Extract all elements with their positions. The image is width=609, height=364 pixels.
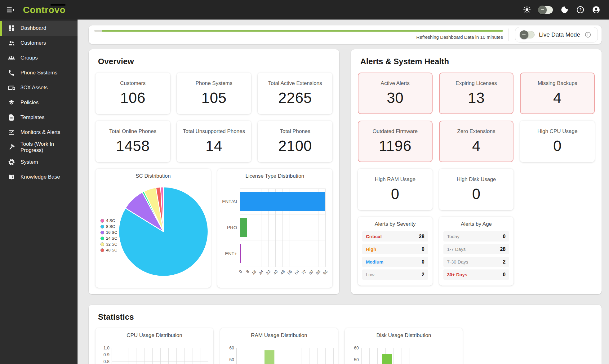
stat-card-missing-backups: Missing Backups 4: [520, 73, 595, 114]
sidebar-item-label: 3CX Assets: [20, 85, 48, 91]
sidebar-item-label: Policies: [20, 100, 39, 106]
row-label: Critical: [366, 234, 382, 239]
stat-card-high-cpu-usage: High CPU Usage 0: [520, 121, 595, 162]
age-row-7-30-days: 7-30 Days2: [443, 257, 509, 267]
alerts-section: Alerts & System Health Active Alerts 30 …: [351, 49, 602, 294]
alerts-title: Alerts & System Health: [360, 57, 595, 66]
main-content: Refreshing Dashboard Data in 10 minutes …: [78, 20, 609, 364]
sidebar-item-dashboard[interactable]: Dashboard: [0, 21, 78, 36]
stat-label: Missing Backups: [538, 80, 577, 87]
monitor-chart-icon: [8, 129, 15, 136]
devices-icon: [8, 84, 15, 91]
stat-card-outdated-firmware: Outdated Firmware 1196: [358, 121, 433, 162]
row-value: 0: [422, 259, 425, 265]
info-icon[interactable]: [585, 31, 591, 38]
overview-title: Overview: [98, 57, 332, 66]
alerts-by-severity-card: Alerts by Severity Critical28 High0 Medi…: [358, 217, 433, 286]
row-value: 28: [419, 234, 425, 239]
row-label: 1-7 Days: [447, 246, 466, 252]
menu-open-icon[interactable]: [6, 5, 15, 15]
layers-icon: [8, 99, 15, 106]
legend-item: 16 SC: [100, 229, 117, 235]
sidebar-item-label: System: [20, 159, 38, 165]
stat-value: 0: [391, 185, 399, 202]
sidebar-item-phone-systems[interactable]: Phone Systems: [0, 65, 78, 80]
stat-value: 2265: [278, 89, 312, 106]
row-value: 2: [503, 259, 505, 265]
brightness-icon[interactable]: [523, 6, 531, 14]
row-value: 0: [503, 234, 505, 239]
sidebar-item-knowledge-base[interactable]: Knowledge Base: [0, 170, 78, 184]
cpu-usage-chart-card: CPU Usage Distribution 1.00.90.8: [96, 328, 213, 364]
sidebar-item-tools[interactable]: Tools (Work In Progress): [0, 140, 78, 155]
document-icon: [8, 114, 15, 121]
sidebar-item-templates[interactable]: Templates: [0, 110, 78, 125]
stat-value: 105: [201, 89, 227, 106]
phone-icon: [8, 69, 15, 77]
list-card-title: Alerts by Age: [443, 221, 509, 227]
stat-label: High RAM Usage: [375, 176, 416, 183]
legend-item: 48 SC: [100, 247, 117, 253]
row-value: 0: [422, 246, 425, 252]
sidebar-item-label: Customers: [20, 40, 46, 46]
severity-row-low: Low2: [362, 269, 428, 280]
legend-item: 24 SC: [100, 235, 117, 241]
sidebar: Dashboard Customers Groups Phone Systems…: [0, 20, 78, 364]
sidebar-item-customers[interactable]: Customers: [0, 36, 78, 51]
stat-card-high-disk-usage: High Disk Usage 0: [439, 169, 514, 210]
row-label: 30+ Days: [447, 272, 467, 277]
live-data-toggle-knob: [520, 30, 528, 39]
row-value: 28: [500, 246, 506, 252]
license-type-chart-card: License Type Distribution 08162432404856…: [217, 169, 333, 288]
stat-value: 4: [472, 137, 480, 154]
dark-mode-icon[interactable]: [560, 6, 569, 14]
sidebar-item-policies[interactable]: Policies: [0, 95, 78, 110]
stat-label: Active Alerts: [381, 80, 410, 87]
stat-card-total-online-phones: Total Online Phones 1458: [96, 121, 170, 162]
stat-label: Total Online Phones: [109, 128, 156, 135]
sidebar-item-label: Groups: [20, 55, 38, 61]
help-icon[interactable]: ?: [576, 6, 585, 14]
live-data-toggle[interactable]: [520, 31, 535, 38]
alerts-by-age-card: Alerts by Age Today0 1-7 Days28 7-30 Day…: [439, 217, 514, 286]
sidebar-item-groups[interactable]: Groups: [0, 51, 78, 65]
sidebar-item-label: Phone Systems: [20, 70, 57, 76]
sidebar-item-monitors-alerts[interactable]: Monitors & Alerts: [0, 125, 78, 140]
theme-toggle[interactable]: [539, 6, 553, 14]
gear-icon: [8, 158, 15, 166]
stat-label: Expiring Licenses: [456, 80, 497, 87]
legend-item: 8 SC: [100, 224, 117, 229]
hammer-icon: [8, 144, 15, 151]
stat-value: 0: [472, 185, 480, 202]
disk-usage-chart: 6050: [361, 348, 458, 364]
stat-label: Total Active Extensions: [268, 80, 322, 87]
svg-text:?: ?: [579, 7, 581, 12]
severity-row-medium: Medium0: [362, 257, 428, 267]
stat-value: 4: [553, 89, 562, 106]
chart-title: SC Distribution: [96, 173, 211, 179]
stat-card-total-active-extensions: Total Active Extensions 2265: [258, 73, 332, 114]
pie-legend: 4 SC8 SC16 SC24 SC32 SC48 SC: [100, 218, 117, 253]
row-label: Medium: [366, 259, 384, 264]
ram-usage-chart: 6050: [236, 348, 333, 364]
stat-card-expiring-licenses: Expiring Licenses 13: [439, 73, 514, 114]
book-icon: [8, 173, 15, 181]
stat-card-high-ram-usage: High RAM Usage 0: [358, 169, 433, 210]
row-label: 7-30 Days: [447, 259, 468, 264]
age-row-today: Today0: [443, 231, 509, 242]
severity-row-high: High0: [362, 244, 428, 254]
chart-title: Disk Usage Distribution: [345, 332, 463, 339]
stat-value: 1458: [116, 137, 150, 154]
legend-item: 4 SC: [100, 218, 117, 224]
account-icon[interactable]: [592, 6, 600, 14]
refresh-caption: Refreshing Dashboard Data in 10 minutes: [94, 34, 503, 40]
sc-distribution-pie: [118, 186, 209, 277]
stat-label: High CPU Usage: [537, 128, 577, 135]
sidebar-item-system[interactable]: System: [0, 155, 78, 170]
sidebar-item-3cx-assets[interactable]: 3CX Assets: [0, 80, 78, 95]
stat-card-zero-extensions: Zero Extensions 4: [439, 121, 514, 162]
sidebar-item-label: Knowledge Base: [20, 174, 60, 180]
row-value: 2: [422, 272, 425, 277]
people-icon: [8, 39, 15, 47]
groups-icon: [8, 54, 15, 62]
